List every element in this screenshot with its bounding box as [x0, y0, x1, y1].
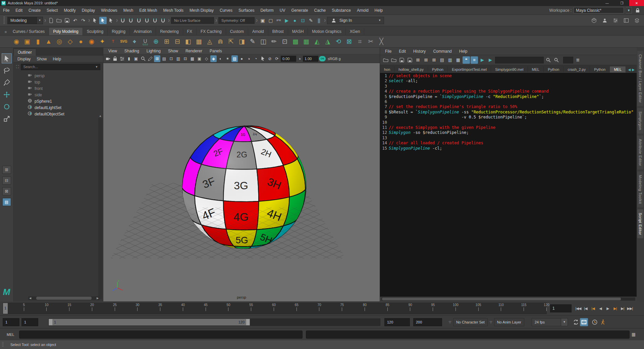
workspace-dropdown[interactable]: Maya Classic* [574, 7, 624, 13]
group-separator[interactable] [44, 17, 46, 24]
poly-torus-icon[interactable]: ◎ [54, 37, 64, 47]
outliner-item-front[interactable]: front [13, 85, 103, 92]
tab-scroll-left-icon[interactable]: ◀ [628, 68, 631, 71]
render-view-icon[interactable]: ▣ [259, 17, 266, 24]
outliner-tab[interactable]: Outliner [13, 49, 36, 56]
shelf-tab-curves-surfaces[interactable]: Curves / Surfaces [9, 28, 49, 35]
poly-disc-icon[interactable]: ● [76, 37, 86, 47]
poly-cylinder-icon[interactable]: ▮ [33, 37, 43, 47]
step-back-key-button[interactable]: |◀ [582, 304, 589, 312]
current-frame-marker[interactable]: 1 [3, 303, 8, 314]
poly-cube-icon[interactable]: ▣ [22, 37, 32, 47]
ambient-occlusion-icon[interactable]: ◑ [246, 55, 252, 62]
insert-edge-loop-icon[interactable]: ◫ [258, 37, 268, 47]
multi-cut-icon[interactable]: ✎ [248, 37, 258, 47]
command-input[interactable] [19, 331, 303, 339]
script-tab-hollow-shell-py-1[interactable]: hollow_shell.py [394, 66, 428, 72]
execute-all-icon[interactable]: ▶ [487, 56, 494, 64]
evaluation-toolkit-icon[interactable] [599, 318, 607, 326]
bridge-icon[interactable]: ⋒ [215, 37, 225, 47]
playback-loop-icon[interactable] [572, 318, 580, 326]
side-tab-attribute-editor[interactable]: Attribute Editor [637, 136, 643, 169]
select-tool[interactable] [2, 54, 11, 63]
load-script-icon[interactable] [382, 56, 389, 64]
time-ruler[interactable]: 1 51015202530354045505560657075808590951… [3, 303, 547, 314]
minimize-button[interactable]: — [600, 0, 614, 6]
menu-select[interactable]: Select [44, 8, 61, 13]
script-tab-simplygon90-mel-4[interactable]: Simplygon90.mel [491, 66, 528, 72]
delete-edge-icon[interactable]: ✂ [366, 37, 376, 47]
toolbar-grip[interactable] [3, 16, 5, 24]
group-separator[interactable] [88, 17, 90, 24]
shelf-tab-custom[interactable]: Custom [226, 28, 248, 35]
menu-windows[interactable]: Windows [98, 8, 120, 13]
image-plane-icon[interactable]: ▣ [133, 55, 139, 62]
sign-in-button[interactable]: Sign In ▼ [327, 17, 384, 24]
menu-display[interactable]: Display [17, 57, 31, 61]
menu-renderer[interactable]: Renderer [182, 49, 205, 53]
menu-mesh[interactable]: Mesh [120, 8, 136, 13]
bookmark-icon[interactable]: ▮ [126, 55, 132, 62]
search-up-icon[interactable] [553, 56, 560, 64]
outliner-hscrollbar[interactable]: ◀▶ [28, 296, 100, 300]
menu-mesh-display[interactable]: Mesh Display [186, 8, 217, 13]
film-gate-icon[interactable]: ▤ [161, 55, 167, 62]
type-tool-icon[interactable]: T [108, 37, 118, 47]
open-scene-icon[interactable] [55, 17, 63, 24]
mirror-icon[interactable]: ◨ [237, 37, 247, 47]
group-separator[interactable] [168, 17, 170, 24]
play-backwards-button[interactable]: ◀ [597, 304, 604, 312]
arnold-renderview-icon[interactable]: ● [291, 17, 299, 24]
gamma-field[interactable]: 1.00 [303, 56, 318, 62]
group-separator[interactable] [116, 17, 118, 24]
range-slider-bar[interactable]: 1 120 [49, 319, 250, 326]
viewport-canvas[interactable]: 1G1H2F2G2H3F3G3H4F4G4H5G5Hy persp [103, 63, 380, 301]
layer-stack-icon[interactable] [633, 17, 641, 24]
paint-select-tool[interactable] [2, 78, 11, 87]
zoom-select-icon[interactable]: ⌖ [129, 37, 140, 47]
lock-camera-icon[interactable] [112, 55, 118, 62]
save-scene-icon[interactable] [63, 17, 71, 24]
auto-key-toggle[interactable] [580, 318, 588, 326]
safe-title-icon[interactable]: ▩ [189, 55, 196, 62]
menu-deform[interactable]: Deform [257, 8, 276, 13]
rotate-tool[interactable] [2, 102, 11, 111]
script-tab-python-2[interactable]: Python [428, 66, 448, 72]
script-editor-shortcut-icon[interactable]: ▦ [632, 332, 636, 337]
snap-view-plane-icon[interactable] [151, 17, 159, 24]
fps-dropdown[interactable]: 24 fps ▼ [532, 318, 568, 326]
workspace-caret[interactable]: ▼ [626, 7, 632, 13]
shelf-tab-rendering[interactable]: Rendering [156, 28, 183, 35]
resolution-gate-icon[interactable]: ⊡ [168, 55, 174, 62]
editors-icon[interactable] [612, 17, 619, 24]
xray-icon[interactable]: ⊘ [267, 55, 273, 62]
sculpt-lift-icon[interactable]: ◭ [312, 37, 322, 47]
lock-workspace-icon[interactable] [634, 7, 641, 14]
character-set-field[interactable]: No Character Set [453, 318, 488, 326]
outliner-item-top[interactable]: top [13, 79, 103, 85]
color-management-toggle[interactable]: ON [319, 56, 326, 61]
poly-cone-icon[interactable]: ▲ [44, 37, 54, 47]
outliner-item-persp[interactable]: persp [13, 72, 103, 79]
snap-grid-icon[interactable] [119, 17, 126, 24]
menu-display[interactable]: Display [79, 8, 98, 13]
close-button[interactable]: ✕ [629, 0, 644, 6]
shaded-display-icon[interactable]: ◈ [210, 55, 217, 62]
menu-show[interactable]: Show [165, 49, 181, 53]
fill-icon[interactable]: ▣ [196, 55, 203, 62]
view-transform-label[interactable]: sRGB g [326, 57, 342, 61]
undo-icon[interactable]: ↶ [71, 17, 79, 24]
step-forward-frame-button[interactable]: ▶| [612, 304, 619, 312]
loop-tool-icon[interactable]: ⟲ [333, 37, 343, 47]
menu-history[interactable]: History [410, 49, 429, 54]
layout-four-pane[interactable]: ⊟ [2, 177, 11, 185]
snap-align-icon[interactable]: ∪0,0,0 [140, 37, 150, 47]
default-material-icon[interactable]: ◇ [203, 55, 210, 62]
language-box[interactable] [563, 57, 573, 63]
current-time-field[interactable]: 1 [550, 304, 572, 312]
echo-commands-icon[interactable]: ❝ [463, 56, 470, 64]
redo-icon[interactable]: ↷ [79, 17, 87, 24]
snap-point-icon[interactable] [135, 17, 143, 24]
shelf-tab-mash[interactable]: MASH [288, 28, 308, 35]
expand-icon[interactable]: ⛶ [16, 64, 19, 69]
